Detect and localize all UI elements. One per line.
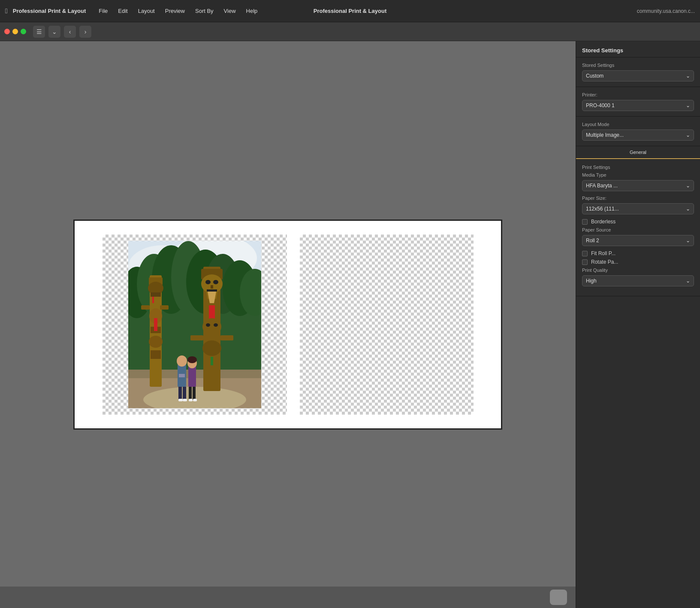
back-button[interactable]: ‹ — [64, 26, 76, 38]
borderless-checkbox[interactable] — [582, 219, 588, 225]
stored-settings-value: Custom — [586, 73, 603, 79]
chevron-down-icon-7: ⌄ — [686, 278, 690, 284]
chevron-down-icon: ⌄ — [686, 73, 690, 79]
menu-help[interactable]: Help — [242, 6, 262, 16]
svg-rect-34 — [211, 285, 213, 289]
media-type-dropdown[interactable]: HFA Baryta ... ⌄ — [582, 180, 694, 191]
svg-rect-58 — [183, 399, 187, 401]
menu-edit[interactable]: Edit — [114, 6, 132, 16]
svg-rect-54 — [193, 387, 196, 400]
canvas-area — [0, 41, 576, 608]
printer-section: Printer: PRO-4000 1 ⌄ — [576, 87, 700, 117]
svg-point-50 — [177, 355, 187, 367]
menu-sortby[interactable]: Sort By — [191, 6, 218, 16]
svg-rect-22 — [160, 305, 169, 310]
maximize-button[interactable] — [21, 29, 26, 34]
svg-rect-21 — [141, 305, 150, 310]
main-layout: Stored Settings Stored Settings Custom ⌄… — [0, 41, 700, 608]
stored-settings-label: Stored Settings — [582, 63, 694, 68]
print-quality-dropdown[interactable]: High ⌄ — [582, 275, 694, 286]
svg-rect-42 — [190, 335, 203, 340]
print-quality-label: Print Quality — [582, 268, 694, 273]
scroll-thumb[interactable] — [550, 590, 567, 605]
svg-rect-53 — [189, 387, 192, 400]
svg-point-39 — [202, 318, 221, 335]
layout-mode-value: Multiple Image... — [586, 132, 624, 138]
media-type-label: Media Type — [582, 172, 694, 178]
printer-dropdown[interactable]: PRO-4000 1 ⌄ — [582, 100, 694, 111]
printer-value: PRO-4000 1 — [586, 102, 615, 108]
chevron-down-icon-5: ⌄ — [686, 206, 690, 212]
title-bar:  Professional Print & Layout File Edit … — [0, 0, 700, 22]
forward-button[interactable]: › — [79, 26, 91, 38]
chevron-down-icon-3: ⌄ — [686, 132, 690, 138]
chevron-down-button[interactable]: ⌄ — [48, 26, 60, 38]
svg-rect-46 — [211, 357, 213, 365]
menu-file[interactable]: File — [94, 6, 112, 16]
svg-rect-28 — [152, 297, 154, 303]
chevron-down-icon-4: ⌄ — [686, 183, 690, 189]
stored-settings-dropdown[interactable]: Custom ⌄ — [582, 70, 694, 81]
print-quality-field: Print Quality High ⌄ — [582, 268, 694, 286]
menu-preview[interactable]: Preview — [161, 6, 189, 16]
svg-rect-60 — [193, 399, 197, 401]
close-button[interactable] — [4, 29, 10, 34]
checkerboard-right — [300, 235, 474, 415]
url-bar: community.usa.canon.c... — [637, 8, 695, 14]
fit-roll-label: Fit Roll P... — [591, 250, 616, 256]
image-slot-left[interactable] — [103, 235, 287, 415]
layout-mode-section: Layout Mode Multiple Image... ⌄ — [576, 117, 700, 146]
chevron-down-icon-2: ⌄ — [686, 102, 690, 108]
print-quality-value: High — [586, 278, 597, 284]
image-slot-right[interactable] — [300, 235, 474, 415]
svg-point-56 — [187, 356, 197, 363]
svg-rect-48 — [178, 387, 182, 400]
svg-rect-51 — [179, 374, 185, 377]
print-settings-section: Print Settings Media Type HFA Baryta ...… — [576, 160, 700, 296]
media-type-value: HFA Baryta ... — [586, 183, 618, 189]
svg-point-41 — [214, 323, 218, 327]
rotate-page-checkbox[interactable] — [582, 259, 588, 265]
layout-mode-dropdown[interactable]: Multiple Image... ⌄ — [582, 129, 694, 141]
toolbar: ☰ ⌄ ‹ › — [0, 22, 700, 41]
stored-settings-title: Stored Settings — [576, 41, 700, 57]
rotate-page-label: Rotate Pa... — [591, 259, 618, 265]
paper-source-value: Roll 2 — [586, 238, 599, 244]
tab-general[interactable]: General — [576, 146, 700, 159]
window-title: Professional Print & Layout — [314, 8, 386, 14]
fit-roll-row: Fit Roll P... — [582, 250, 694, 256]
sidebar-toggle-button[interactable]: ☰ — [33, 26, 45, 38]
traffic-lights — [4, 29, 26, 34]
svg-rect-35 — [207, 289, 217, 292]
borderless-row: Borderless — [582, 219, 694, 225]
print-settings-label: Print Settings — [582, 165, 694, 170]
photo-left[interactable] — [128, 241, 261, 408]
stored-settings-section: Stored Settings Custom ⌄ — [576, 57, 700, 87]
rotate-page-row: Rotate Pa... — [582, 259, 694, 265]
tab-bar: General — [576, 146, 700, 160]
app-name-label: Professional Print & Layout — [13, 8, 86, 14]
printer-label: Printer: — [582, 92, 694, 97]
media-type-field: Media Type HFA Baryta ... ⌄ — [582, 172, 694, 191]
menu-view[interactable]: View — [220, 6, 240, 16]
svg-point-33 — [213, 280, 218, 284]
apple-logo-icon:  — [5, 7, 8, 15]
svg-rect-26 — [151, 350, 161, 359]
paper-source-field: Paper Source Roll 2 ⌄ — [582, 227, 694, 246]
svg-point-25 — [149, 336, 163, 348]
paper-source-dropdown[interactable]: Roll 2 ⌄ — [582, 235, 694, 246]
totem-photo-svg — [128, 241, 261, 408]
print-canvas — [73, 220, 502, 430]
svg-rect-20 — [151, 292, 161, 297]
paper-size-dropdown[interactable]: 112x56 (111... ⌄ — [582, 203, 694, 214]
svg-rect-49 — [183, 387, 186, 400]
menu-layout[interactable]: Layout — [134, 6, 159, 16]
borderless-label: Borderless — [591, 219, 616, 225]
right-panel: Stored Settings Stored Settings Custom ⌄… — [576, 41, 700, 608]
paper-source-label: Paper Source — [582, 227, 694, 232]
paper-size-value: 112x56 (111... — [586, 206, 619, 212]
layout-mode-label: Layout Mode — [582, 122, 694, 127]
scrollbar-area — [0, 587, 576, 608]
minimize-button[interactable] — [12, 29, 18, 34]
fit-roll-checkbox[interactable] — [582, 251, 588, 256]
